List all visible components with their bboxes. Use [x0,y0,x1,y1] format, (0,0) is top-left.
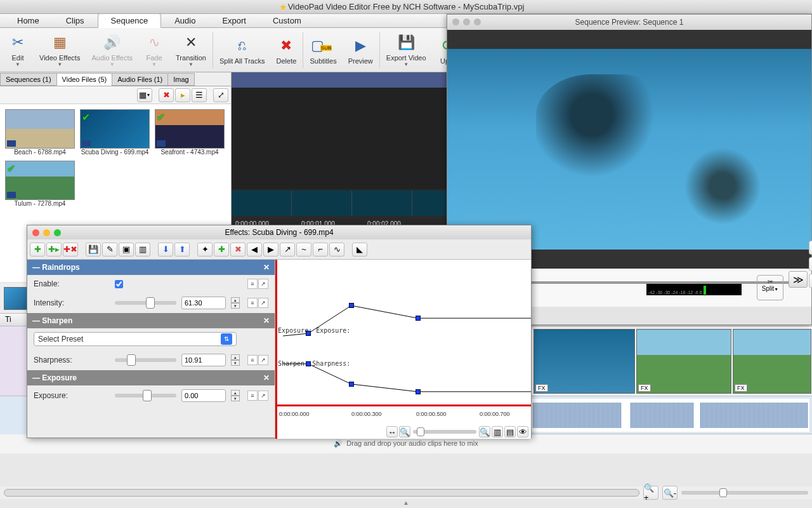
close-icon[interactable] [452,18,459,25]
add-keyframe-button[interactable]: ✚ [214,243,229,257]
intensity-input[interactable] [181,297,226,309]
close-icon[interactable] [32,229,39,236]
curve-ease-button[interactable]: ~ [296,243,311,257]
zoom-icon[interactable] [54,229,61,236]
bin-tab-video[interactable]: Video Files (5) [56,73,113,86]
effects-titlebar[interactable]: Effects: Scuba Diving - 699.mp4 [27,225,531,239]
add-effect-button[interactable]: ✚ [30,243,45,257]
copy-button[interactable]: ▣ [119,243,134,257]
close-icon[interactable]: ✕ [263,373,270,382]
save-preset-button[interactable]: 💾 [86,243,101,257]
add-chain-button[interactable]: ✚▸ [46,243,62,257]
timeline-clip[interactable]: FX [733,329,811,394]
keyframe-point[interactable] [416,316,421,321]
preset-select[interactable]: Select Preset⇅ [34,332,237,346]
curve-icon[interactable]: ↗ [258,279,268,289]
zoom-fit-icon[interactable]: 🔍 [809,257,812,271]
minimize-icon[interactable] [43,229,50,236]
intensity-slider[interactable] [115,301,176,305]
timeline-clip[interactable]: FX [636,329,731,394]
step-down[interactable]: ▾ [231,303,240,309]
move-up-button[interactable]: ⬆ [174,243,190,257]
next-keyframe-button[interactable]: ▶ [263,243,278,257]
paste-button[interactable]: ▥ [135,243,150,257]
sharpen-header[interactable]: — Sharpen✕ [27,313,275,328]
seq-preview-titlebar[interactable]: Sequence Preview: Sequence 1 [447,15,811,30]
keyframe-point[interactable] [306,361,311,366]
view-mode-button[interactable]: ▦▼ [137,88,152,102]
prev-keyframe-button[interactable]: ◀ [247,243,262,257]
param-icon[interactable]: ≡ [247,279,258,289]
preview-button[interactable]: 👁 [517,426,528,438]
grid-button[interactable]: ▥ [492,426,503,438]
param-icon[interactable]: ≡ [247,298,258,308]
zoom-slider[interactable] [681,491,808,495]
enable-checkbox[interactable] [115,280,123,288]
tab-export[interactable]: Export [209,13,259,28]
close-icon[interactable]: ✕ [263,316,270,325]
add-clip-button[interactable]: ▸ [175,88,190,102]
sharpness-input[interactable] [181,354,226,366]
edit-button[interactable]: ✎ [102,243,117,257]
zoom-icon[interactable] [474,18,481,25]
tab-audio[interactable]: Audio [161,13,209,28]
preview-button[interactable]: ▶Preview [343,34,378,66]
exposure-slider[interactable] [115,394,176,398]
graph-zoom-slider[interactable] [413,430,476,434]
curve-linear-button[interactable]: ↗ [280,243,295,257]
edit-button[interactable]: ✂Edit▼ [3,31,33,69]
record-icon[interactable]: ◉ [809,241,812,255]
zoom-out-button[interactable]: 🔍- [662,486,678,500]
zoom-out-button[interactable]: 🔍 [399,426,410,438]
zoom-in-button[interactable]: 🔍 [479,426,490,438]
tab-sequence[interactable]: Sequence [98,13,162,28]
mask-button[interactable]: ◣ [352,243,367,257]
export-video-button[interactable]: 💾Export Video▼ [381,31,431,69]
keyframe-point[interactable] [306,331,311,336]
thumb-item[interactable]: ✔Scuba Diving - 699.mp4 [80,109,150,156]
timeline-clip[interactable]: FX [534,329,635,394]
popout-button[interactable]: ⤢ [213,88,228,102]
remove-effect-button[interactable]: ✚✖ [63,243,78,257]
transition-button[interactable]: ✕Transition▼ [171,31,211,69]
curve-smooth-button[interactable]: ∿ [329,243,344,257]
bin-tab-sequences[interactable]: Sequences (1) [0,73,57,86]
subtitles-button[interactable]: ▢SUBSubtitles [304,34,341,66]
move-down-button[interactable]: ⬇ [158,243,173,257]
del-keyframe-button[interactable]: ✖ [230,243,246,257]
exposure-header[interactable]: — Exposure✕ [27,370,275,385]
snap-button[interactable]: ▤ [504,426,516,438]
curve-step-button[interactable]: ⌐ [313,243,328,257]
sharpness-slider[interactable] [115,358,176,362]
tab-custom[interactable]: Custom [259,13,315,28]
list-view-button[interactable]: ☰ [192,88,207,102]
exposure-input[interactable] [181,389,226,402]
keyframe-point[interactable] [349,303,354,308]
curve-icon[interactable]: ↗ [258,298,268,308]
delete-clip-button[interactable]: ✖ [159,88,174,102]
timeline-scrollbar[interactable] [4,489,639,497]
split-all-button[interactable]: ⎌Split All Tracks [214,34,270,66]
thumb-item[interactable]: Beach - 6788.mp4 [5,109,75,156]
graph-ruler[interactable]: 0:00:00.000 0:00:00.300 0:00:00.500 0:00… [275,404,531,420]
fade-button[interactable]: ∿Fade▼ [139,31,169,69]
minimize-icon[interactable] [463,18,470,25]
tab-clips[interactable]: Clips [53,13,98,28]
split-button[interactable]: ✂Split▼ [757,275,783,300]
zoom-in-button[interactable]: 🔍+ [643,486,658,500]
thumb-item[interactable]: ✔Seafront - 4743.mp4 [155,109,225,156]
keyframe-tool[interactable]: ✦ [197,243,213,257]
crop-icon[interactable]: [ ] [809,274,812,288]
fit-width-button[interactable]: ↔ [386,426,398,438]
bin-tab-images[interactable]: Imag [167,73,194,86]
tab-home[interactable]: Home [4,13,53,28]
thumb-item[interactable]: ✔Tulum - 7278.mp4 [5,161,75,207]
keyframe-point[interactable] [416,389,421,394]
expand-handle[interactable]: ▲ [0,499,812,508]
keyframe-point[interactable] [349,382,354,387]
next-panel-button[interactable]: ≫ [789,271,808,288]
raindrops-header[interactable]: — Raindrops✕ [27,260,275,275]
step-up[interactable]: ▴ [231,297,240,303]
close-icon[interactable]: ✕ [263,263,270,272]
bin-tab-audio[interactable]: Audio Files (1) [112,73,168,86]
